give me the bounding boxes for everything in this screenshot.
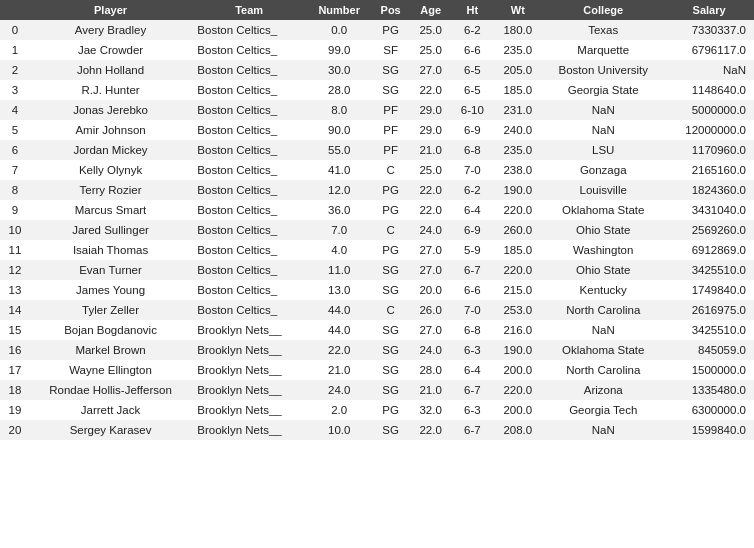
table-cell: 1824360.0 — [664, 180, 754, 200]
table-cell: PG — [371, 240, 410, 260]
table-row: 5Amir JohnsonBoston Celtics_90.0PF29.06-… — [0, 120, 754, 140]
table-cell: 41.0 — [307, 160, 371, 180]
table-cell: 5-9 — [451, 240, 493, 260]
table-cell: 215.0 — [493, 280, 542, 300]
table-cell: 200.0 — [493, 400, 542, 420]
col-header-college: College — [542, 0, 664, 20]
table-cell: 3425510.0 — [664, 260, 754, 280]
table-cell: 6-2 — [451, 180, 493, 200]
table-cell: 12.0 — [307, 180, 371, 200]
table-row: 9Marcus SmartBoston Celtics_36.0PG22.06-… — [0, 200, 754, 220]
table-cell: SG — [371, 420, 410, 440]
table-cell: Georgia State — [542, 80, 664, 100]
table-row: 19Jarrett JackBrooklyn Nets__2.0PG32.06-… — [0, 400, 754, 420]
table-cell: C — [371, 300, 410, 320]
table-cell: 6-6 — [451, 40, 493, 60]
table-cell: 2.0 — [307, 400, 371, 420]
table-cell: Marcus Smart — [30, 200, 192, 220]
table-row: 3R.J. HunterBoston Celtics_28.0SG22.06-5… — [0, 80, 754, 100]
table-cell: 8 — [0, 180, 30, 200]
table-cell: Kelly Olynyk — [30, 160, 192, 180]
table-cell: James Young — [30, 280, 192, 300]
table-cell: Markel Brown — [30, 340, 192, 360]
table-cell: Brooklyn Nets__ — [191, 420, 307, 440]
table-cell: 6-7 — [451, 260, 493, 280]
table-cell: 7-0 — [451, 160, 493, 180]
table-cell: Boston University — [542, 60, 664, 80]
table-cell: 36.0 — [307, 200, 371, 220]
table-cell: Brooklyn Nets__ — [191, 360, 307, 380]
table-cell: 18 — [0, 380, 30, 400]
table-cell: 6-8 — [451, 140, 493, 160]
table-cell: 6912869.0 — [664, 240, 754, 260]
table-cell: 24.0 — [410, 340, 451, 360]
col-header-player: Player — [30, 0, 192, 20]
table-cell: 13 — [0, 280, 30, 300]
table-row: 14Tyler ZellerBoston Celtics_44.0C26.07-… — [0, 300, 754, 320]
table-cell: 10.0 — [307, 420, 371, 440]
table-cell: Brooklyn Nets__ — [191, 320, 307, 340]
table-cell: 44.0 — [307, 320, 371, 340]
table-cell: SG — [371, 260, 410, 280]
table-cell: 44.0 — [307, 300, 371, 320]
table-cell: PG — [371, 400, 410, 420]
table-cell: 2165160.0 — [664, 160, 754, 180]
table-cell: 2569260.0 — [664, 220, 754, 240]
table-cell: 6-4 — [451, 200, 493, 220]
table-cell: 1170960.0 — [664, 140, 754, 160]
table-cell: 19 — [0, 400, 30, 420]
table-cell: 3431040.0 — [664, 200, 754, 220]
table-cell: 220.0 — [493, 260, 542, 280]
table-cell: 99.0 — [307, 40, 371, 60]
table-cell: 6-4 — [451, 360, 493, 380]
table-cell: SG — [371, 320, 410, 340]
table-cell: Jae Crowder — [30, 40, 192, 60]
table-cell: 6 — [0, 140, 30, 160]
table-cell: 26.0 — [410, 300, 451, 320]
table-cell: Boston Celtics_ — [191, 240, 307, 260]
table-cell: Brooklyn Nets__ — [191, 400, 307, 420]
table-cell: 21.0 — [307, 360, 371, 380]
table-cell: 21.0 — [410, 140, 451, 160]
table-cell: Isaiah Thomas — [30, 240, 192, 260]
table-cell: 253.0 — [493, 300, 542, 320]
table-cell: 25.0 — [410, 20, 451, 40]
table-cell: NaN — [542, 320, 664, 340]
table-row: 2John HollandBoston Celtics_30.0SG27.06-… — [0, 60, 754, 80]
table-cell: 1148640.0 — [664, 80, 754, 100]
player-stats-table: Player Team Number Pos Age Ht Wt College… — [0, 0, 754, 440]
table-cell: Boston Celtics_ — [191, 40, 307, 60]
table-cell: Wayne Ellington — [30, 360, 192, 380]
table-row: 13James YoungBoston Celtics_13.0SG20.06-… — [0, 280, 754, 300]
table-cell: Jonas Jerebko — [30, 100, 192, 120]
table-row: 16Markel BrownBrooklyn Nets__22.0SG24.06… — [0, 340, 754, 360]
table-cell: SG — [371, 280, 410, 300]
col-header-wt: Wt — [493, 0, 542, 20]
table-cell: LSU — [542, 140, 664, 160]
table-row: 15Bojan BogdanovicBrooklyn Nets__44.0SG2… — [0, 320, 754, 340]
table-cell: Washington — [542, 240, 664, 260]
col-header-index — [0, 0, 30, 20]
table-row: 0Avery BradleyBoston Celtics_0.0PG25.06-… — [0, 20, 754, 40]
table-cell: Oklahoma State — [542, 200, 664, 220]
table-cell: 845059.0 — [664, 340, 754, 360]
table-cell: SG — [371, 60, 410, 80]
table-cell: Jarrett Jack — [30, 400, 192, 420]
table-cell: 22.0 — [307, 340, 371, 360]
table-cell: Boston Celtics_ — [191, 140, 307, 160]
table-cell: 24.0 — [307, 380, 371, 400]
table-cell: PF — [371, 140, 410, 160]
table-cell: 208.0 — [493, 420, 542, 440]
table-cell: Gonzaga — [542, 160, 664, 180]
table-cell: 185.0 — [493, 240, 542, 260]
table-cell: Jordan Mickey — [30, 140, 192, 160]
table-cell: Boston Celtics_ — [191, 200, 307, 220]
col-header-salary: Salary — [664, 0, 754, 20]
table-cell: 27.0 — [410, 240, 451, 260]
table-cell: Bojan Bogdanovic — [30, 320, 192, 340]
table-cell: C — [371, 220, 410, 240]
table-cell: Tyler Zeller — [30, 300, 192, 320]
table-cell: 7330337.0 — [664, 20, 754, 40]
table-cell: Jared Sullinger — [30, 220, 192, 240]
table-row: 20Sergey KarasevBrooklyn Nets__10.0SG22.… — [0, 420, 754, 440]
